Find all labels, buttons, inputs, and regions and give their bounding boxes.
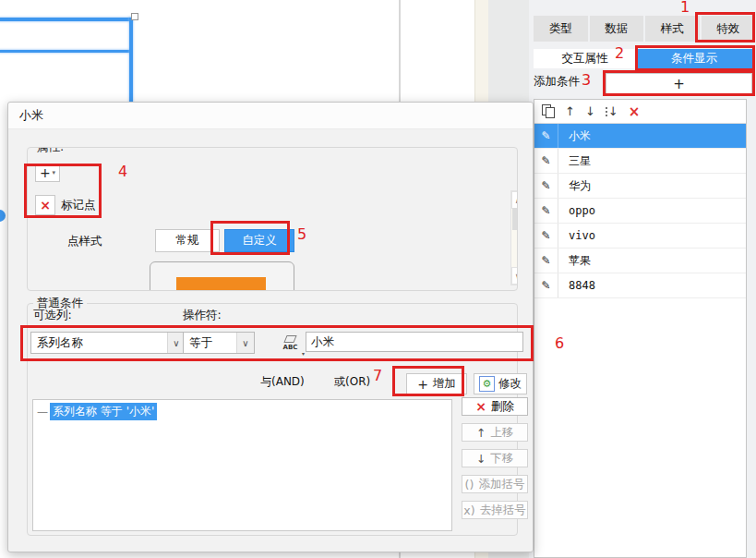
chevron-down-icon: ▾ bbox=[302, 350, 305, 357]
delete-condition-button[interactable]: × 删除 bbox=[462, 397, 528, 416]
list-item-vivo[interactable]: ✎ vivo bbox=[534, 224, 746, 249]
column-label: 可选列: bbox=[33, 308, 72, 323]
format-tab-bar: 类型 数据 样式 特效 bbox=[534, 16, 755, 42]
mark-point-label: 标记点 bbox=[61, 198, 96, 213]
scroll-down-button[interactable]: ∨ bbox=[511, 267, 518, 285]
point-style-label: 点样式 bbox=[67, 234, 102, 249]
chart-selection-line-right bbox=[129, 18, 133, 102]
column-select[interactable]: 系列名称 ∨ bbox=[30, 332, 186, 354]
chart-selection-line-middle bbox=[0, 50, 130, 53]
subtab-interaction-props[interactable]: 交互属性 bbox=[534, 49, 636, 68]
chart-selection-line-top bbox=[0, 18, 132, 21]
delete-condition-icon[interactable]: × bbox=[629, 103, 641, 120]
edit-pencil-icon[interactable]: ✎ bbox=[534, 224, 558, 248]
add-brackets-button[interactable]: () 添加括号 bbox=[462, 475, 528, 493]
dialog-title-bar[interactable]: 小米 bbox=[8, 103, 533, 129]
attributes-scrollbar[interactable]: ∧ ∨ bbox=[510, 190, 518, 285]
tab-type[interactable]: 类型 bbox=[534, 16, 588, 42]
operator-select[interactable]: 等于 ∨ bbox=[183, 332, 255, 354]
list-item-xiaomi[interactable]: ✎ 小米 bbox=[534, 124, 746, 149]
delete-x-icon: × bbox=[475, 399, 486, 414]
move-down-icon[interactable]: ↓ bbox=[585, 104, 595, 118]
condition-dialog: 小米 属性: + ▾ × 标记点 点样式 常规 自定义 ∧ ∨ 普通条件 可选列… bbox=[7, 102, 534, 552]
plus-icon: + bbox=[40, 165, 51, 180]
selection-resize-handle[interactable] bbox=[131, 13, 138, 20]
move-condition-up-button[interactable]: ↑ 上移 bbox=[462, 423, 528, 442]
tab-data[interactable]: 数据 bbox=[590, 16, 644, 42]
list-item-oppo[interactable]: ✎ oppo bbox=[534, 199, 746, 224]
add-condition-row-button[interactable]: + 增加 bbox=[406, 373, 467, 394]
edit-pencil-icon[interactable]: ✎ bbox=[534, 149, 558, 173]
edit-pencil-icon[interactable]: ✎ bbox=[534, 249, 558, 273]
edit-pencil-icon[interactable]: ✎ bbox=[534, 273, 558, 297]
subtab-condition-display[interactable]: 条件显示 bbox=[636, 49, 752, 68]
brackets-icon: () bbox=[465, 478, 474, 491]
tab-style[interactable]: 样式 bbox=[645, 16, 700, 42]
column-selected-value: 系列名称 bbox=[31, 335, 83, 351]
up-arrow-icon: ↑ bbox=[476, 426, 486, 440]
and-radio-label: 与(AND) bbox=[260, 374, 305, 390]
list-item-samsung[interactable]: ✎ 三星 bbox=[534, 149, 746, 174]
plus-icon: + bbox=[417, 377, 428, 392]
string-type-icon bbox=[283, 335, 296, 343]
edit-pencil-icon[interactable]: ✎ bbox=[534, 124, 558, 148]
chevron-down-icon: ∨ bbox=[236, 333, 254, 353]
sort-icon[interactable]: ↓ bbox=[606, 104, 618, 118]
down-arrow-icon: ↓ bbox=[476, 452, 486, 466]
condition-tree-list[interactable]: — 系列名称 等于 '小米' bbox=[32, 399, 452, 531]
effects-subtab-bar: 交互属性 条件显示 bbox=[534, 49, 752, 68]
chevron-down-icon: ▾ bbox=[53, 169, 56, 176]
list-item-apple[interactable]: ✎ 苹果 bbox=[534, 249, 746, 273]
attributes-section: 属性: + ▾ × 标记点 点样式 常规 自定义 ∧ ∨ bbox=[27, 147, 518, 291]
tab-effects[interactable]: 特效 bbox=[702, 16, 756, 42]
add-condition-button[interactable]: + bbox=[606, 73, 752, 95]
condition-tree-item[interactable]: — 系列名称 等于 '小米' bbox=[33, 400, 451, 420]
or-radio-label: 或(OR) bbox=[334, 374, 370, 390]
dialog-title: 小米 bbox=[19, 107, 43, 124]
point-style-custom-button[interactable]: 自定义 bbox=[224, 229, 294, 252]
move-up-icon[interactable]: ↑ bbox=[565, 104, 575, 118]
remove-x-icon: × bbox=[40, 198, 51, 212]
gear-icon: ⚙ bbox=[479, 376, 495, 392]
operator-label: 操作符: bbox=[183, 308, 222, 323]
point-style-normal-button[interactable]: 常规 bbox=[155, 229, 220, 252]
list-item-huawei[interactable]: ✎ 华为 bbox=[534, 174, 746, 199]
common-conditions-section: 普通条件 可选列: 操作符: 系列名称 ∨ 等于 ∨ ABC ▾ 与(AND) … bbox=[27, 303, 518, 536]
scroll-up-button[interactable]: ∧ bbox=[511, 191, 518, 209]
list-item-8848[interactable]: ✎ 8848 bbox=[534, 273, 746, 298]
add-condition-label: 添加条件 bbox=[534, 74, 580, 90]
condition-value-input[interactable] bbox=[306, 332, 523, 352]
copy-icon[interactable] bbox=[542, 104, 555, 118]
edit-pencil-icon[interactable]: ✎ bbox=[534, 199, 558, 223]
attributes-legend: 属性: bbox=[33, 147, 67, 155]
tree-branch-icon: — bbox=[37, 406, 48, 418]
series-list-toolbar: ↑ ↓ ↓ × bbox=[534, 100, 746, 124]
move-condition-down-button[interactable]: ↓ 下移 bbox=[462, 449, 528, 467]
selection-edge-handle[interactable] bbox=[0, 210, 6, 222]
point-style-preview bbox=[150, 261, 294, 291]
condition-series-list: ↑ ↓ ↓ × ✎ 小米 ✎ 三星 ✎ 华为 ✎ oppo ✎ vivo ✎ 苹… bbox=[534, 99, 747, 558]
modify-condition-button[interactable]: ⚙ 修改 bbox=[474, 373, 527, 394]
edit-pencil-icon[interactable]: ✎ bbox=[534, 174, 558, 198]
condition-item-text: 系列名称 等于 '小米' bbox=[50, 403, 157, 420]
scrollbar-thumb[interactable] bbox=[512, 208, 518, 230]
remove-brackets-icon: x) bbox=[463, 503, 474, 517]
remove-brackets-button[interactable]: x) 去掉括号 bbox=[462, 501, 528, 519]
preview-orange-bar bbox=[176, 277, 266, 291]
abc-icon: ABC bbox=[283, 344, 298, 351]
value-type-abc-button[interactable]: ABC ▾ bbox=[278, 330, 303, 356]
remove-mark-point-button[interactable]: × bbox=[35, 195, 55, 215]
operator-selected-value: 等于 bbox=[184, 335, 212, 351]
add-attribute-button[interactable]: + ▾ bbox=[35, 164, 60, 182]
